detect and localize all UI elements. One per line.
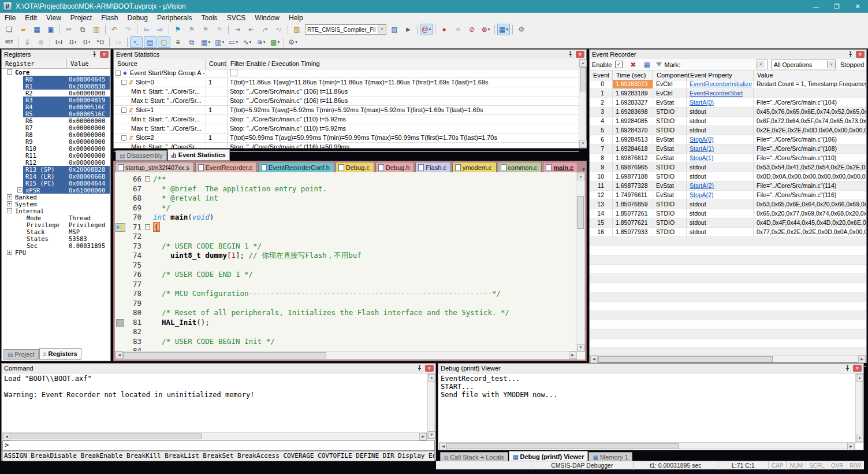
event-recorder-row[interactable]: 21.69283327EvStatStartA(0)File="../Core/… [590,98,866,108]
menu-view[interactable]: View [42,13,66,23]
show-next-statement-icon[interactable]: ⇓ [21,36,33,48]
cut-icon[interactable]: ✂ [62,24,75,35]
scroll-right-icon[interactable]: ▶ [569,351,576,359]
register-row[interactable]: +Banked [2,194,110,201]
collapse-icon[interactable]: - [121,135,126,140]
breakpoint-kill-icon[interactable]: ⊘ [465,24,478,35]
filter-checkbox[interactable] [230,69,237,76]
event-recorder-row[interactable]: 01.69283073EvCtrlEventRecorderInitialize… [590,80,866,89]
scroll-right-icon[interactable]: ▶ [847,443,855,450]
event-recorder-row[interactable]: 151.85077621STDIOstdout0x4D,0x4F,0x44,0x… [590,219,866,228]
scroll-down-icon[interactable]: ▼ [856,435,863,442]
expand-icon[interactable]: + [7,201,12,206]
register-row[interactable]: ModeThread [2,214,110,221]
horizontal-scrollbar[interactable]: ◀ ▶ [590,355,866,362]
event-recorder-row[interactable]: 81.69876612EvStatStopA(1)File="../Core/S… [590,154,866,163]
register-row[interactable]: R110x00000000 [2,152,110,159]
scroll-down-icon[interactable]: ▼ [577,344,584,351]
run-to-cursor-icon[interactable]: *{} [94,36,107,48]
grab-icon[interactable]: ► [402,24,415,35]
save-all-icon[interactable]: ▣ [44,24,57,35]
menu-debug[interactable]: Debug [123,13,152,23]
redo-icon[interactable]: ↷ [122,24,135,35]
vertical-scrollbar[interactable]: ▲ ▼ [427,373,435,439]
collapse-icon[interactable]: - [7,208,12,213]
save-icon[interactable]: ▦ [31,24,43,35]
close-icon[interactable]: x [425,365,434,372]
breakpoint-disable-icon[interactable]: ○ [452,24,464,35]
editor-tab-common-c[interactable]: common.c [498,162,542,172]
scroll-left-icon[interactable]: ◀ [590,356,598,363]
clear-events-icon[interactable]: ✖ [627,59,639,71]
close-button[interactable]: ✕ [847,0,868,13]
breakpoint-kill-all-icon[interactable]: ⊗▾ [479,24,492,35]
tab-list-icon[interactable]: ▾ [582,166,585,172]
event-property[interactable]: StopA(2) [687,191,754,199]
event-property[interactable]: EventRecorderStart [687,89,754,98]
register-row[interactable]: R50x0800516C [2,110,110,117]
bookmark-icon[interactable]: ⚑ [172,24,184,35]
editor-tab-main-c[interactable]: main.c [543,162,578,172]
bookmark-next-icon[interactable]: ⚑ [199,24,212,35]
event-stats-row[interactable]: Max t: Start: "../Core/Sr...Stop: "../Co… [114,124,579,134]
event-property[interactable]: StartA(2) [687,182,754,190]
scroll-up-icon[interactable]: ▲ [856,374,863,382]
editor-tab-flash-c[interactable]: Flash.c [415,162,450,172]
event-stats-row[interactable]: -⇵Slot=01T(tot)=11.86us T(avg)=11.86us T… [114,78,579,87]
editor-horizontal-scrollbar[interactable]: ◀ ▶ [115,351,577,360]
pin-icon[interactable] [567,51,573,58]
register-row[interactable]: R00x08004645 [2,76,110,83]
tab-disassembly[interactable]: ▤Disassembly [116,150,167,161]
register-row[interactable]: +FPU [2,249,110,256]
analysis-window-icon[interactable]: ∿▾ [241,36,254,48]
editor-tab-ymodem-c[interactable]: ymodem.c [452,162,497,172]
event-recorder-row[interactable]: 121.74976611EvStatStopA(2)File="../Core/… [590,191,866,200]
vertical-scrollbar[interactable]: ▲ ▼ [855,373,863,443]
register-row[interactable]: -Internal [2,208,110,214]
close-icon[interactable]: x [100,51,109,58]
watch-window-icon[interactable]: ▦▾ [199,36,212,48]
outdent-icon[interactable]: ⇤ [245,24,258,35]
register-row[interactable]: R10x20008B38 [2,83,110,90]
event-recorder-row[interactable]: 41.69284085STDIOstdout0x6F,0x72,0x64,0x5… [590,117,866,126]
pin-icon[interactable] [844,365,851,372]
command-output[interactable]: Load "BOOT\\BOOT.axf" Warning: Event Rec… [2,373,427,434]
register-row[interactable]: R90x00000000 [2,138,110,145]
editor-vertical-scrollbar[interactable]: ▲ ▼ [576,172,585,352]
register-row[interactable]: +System [2,201,110,208]
scrollbar-thumb[interactable] [577,196,584,229]
scrollbar-thumb[interactable] [446,443,679,449]
tab-event-statistics[interactable]: Event Statistics [167,149,230,161]
horizontal-scrollbar[interactable]: ◀ ▶ [2,432,427,439]
register-row[interactable]: R30x08004819 [2,97,110,103]
menu-edit[interactable]: Edit [20,13,42,23]
scroll-up-icon[interactable]: ▲ [577,173,584,180]
event-stats-row[interactable]: -◆Event Start/Stop Group A - ... [114,69,579,78]
event-recorder-row[interactable]: 111.69877328EvStatStartA(2)File="../Core… [590,182,866,191]
register-row[interactable]: R70x00000000 [2,124,110,131]
command-window-icon[interactable]: >_ [130,36,143,48]
memory-window-icon[interactable]: ▥▾ [213,36,226,48]
find-in-files-icon[interactable]: @▾ [420,24,433,35]
event-property[interactable]: EventRecorderInitialize [687,80,754,88]
close-icon[interactable]: x [856,51,865,58]
register-row[interactable]: R15 (PC)0x08004644 [2,180,110,187]
expand-icon[interactable]: + [17,187,23,192]
scrollbar-thumb[interactable] [123,352,326,358]
event-stats-row[interactable]: -⇵Slot=21T(tot)=50.99ms T(avg)=50.99ms T… [114,134,579,143]
event-stats-row[interactable]: Min t: Start: "../Core/Sr...Stop: "../Co… [114,115,579,124]
pin-icon[interactable] [416,365,423,372]
tab-project[interactable]: ▤Project [3,349,39,360]
pin-icon[interactable] [847,51,854,58]
menu-help[interactable]: Help [284,13,308,23]
nav-forward-icon[interactable]: ⇨ [154,24,166,35]
register-row[interactable]: PrivilegePrivileged [2,221,110,228]
breakpoint-icon[interactable]: ● [438,24,450,35]
event-recorder-row[interactable]: 161.85077933STDIOstdout0x77,0x2E,0x2E,0x… [590,228,866,237]
event-property[interactable]: StartA(0) [687,98,754,107]
collapse-icon[interactable]: - [121,108,126,113]
step-into-icon[interactable]: {↓} [53,36,65,48]
call-stack-window-icon[interactable]: ⧉ [185,36,198,48]
editor-code-area[interactable]: 66−/**67 * @brief The application entry … [115,172,585,360]
menu-window[interactable]: Window [250,13,284,23]
